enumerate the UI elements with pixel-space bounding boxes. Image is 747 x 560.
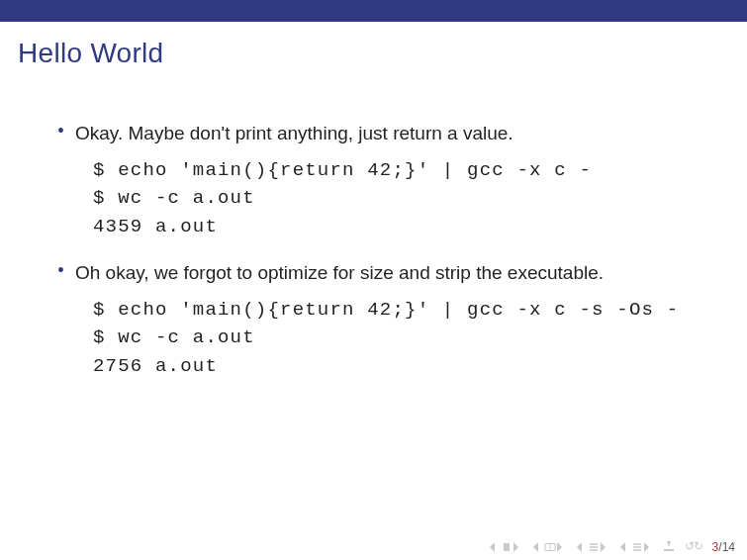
- svg-marker-7: [577, 542, 582, 552]
- svg-marker-0: [490, 542, 495, 552]
- svg-marker-18: [667, 541, 671, 547]
- refresh-icon[interactable]: ↺↻: [685, 539, 702, 554]
- bullet-item: Oh okay, we forgot to optimize for size …: [57, 260, 710, 380]
- svg-marker-6: [557, 542, 562, 552]
- bullet-list: Okay. Maybe don't print anything, just r…: [57, 121, 710, 380]
- code-block: $ echo 'main(){return 42;}' | gcc -x c -…: [93, 296, 710, 381]
- svg-marker-2: [514, 542, 518, 552]
- nav-next-subsection-icon[interactable]: [619, 542, 655, 552]
- bullet-item: Okay. Maybe don't print anything, just r…: [57, 121, 710, 240]
- svg-marker-11: [601, 542, 606, 552]
- header-bar: [0, 0, 747, 22]
- slide-content: Okay. Maybe don't print anything, just r…: [0, 69, 710, 380]
- page-total: 14: [722, 540, 735, 554]
- svg-rect-17: [664, 549, 674, 551]
- slide-title: Hello World: [0, 22, 747, 69]
- svg-marker-12: [620, 542, 625, 552]
- bullet-text: Okay. Maybe don't print anything, just r…: [75, 121, 710, 146]
- svg-rect-1: [504, 543, 510, 551]
- page-number: 3/14: [712, 540, 735, 554]
- nav-prev-section-icon[interactable]: [532, 542, 568, 552]
- nav-prev-slide-icon[interactable]: [489, 542, 524, 552]
- nav-controls[interactable]: [489, 541, 675, 553]
- nav-end-icon[interactable]: [663, 541, 675, 553]
- nav-prev-subsection-icon[interactable]: [576, 542, 611, 552]
- bullet-text: Oh okay, we forgot to optimize for size …: [75, 260, 710, 286]
- code-block: $ echo 'main(){return 42;}' | gcc -x c -…: [93, 156, 710, 241]
- svg-marker-3: [533, 542, 538, 552]
- svg-marker-16: [644, 542, 649, 552]
- slide-footer: ↺↻ 3/14: [489, 539, 735, 554]
